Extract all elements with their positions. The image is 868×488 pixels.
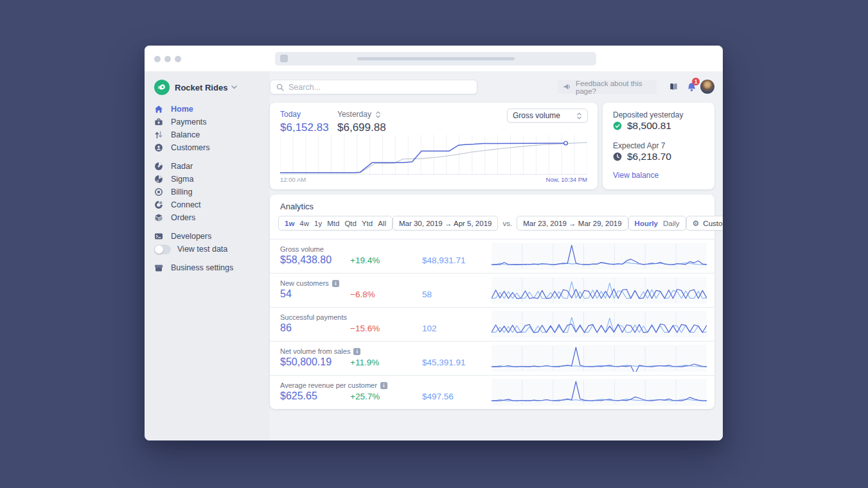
sidebar-item-view-test-data[interactable]: View test data (145, 243, 270, 256)
today-value: $6,152.83 (280, 121, 329, 134)
metric-values: $625.65+25.7%$497.56 (280, 390, 454, 402)
browser-window: Rocket Rides HomePaymentsBalanceCustomer… (145, 46, 723, 440)
search-input[interactable]: Search... (270, 80, 477, 94)
billing-icon (154, 187, 163, 196)
sidebar-item-developers[interactable]: Developers (145, 230, 270, 243)
metric-previous-value: $497.56 (422, 392, 454, 401)
sidebar-item-customers[interactable]: Customers (145, 141, 270, 154)
updown-stepper-icon (375, 111, 381, 118)
address-bar[interactable] (275, 52, 596, 65)
customize-button[interactable]: ⚙ Customize (686, 216, 723, 231)
metric-select-dropdown[interactable]: Gross volume (507, 109, 588, 123)
comparison-selector[interactable]: Yesterday (337, 110, 386, 119)
granularity-daily[interactable]: Daily (663, 220, 680, 227)
updown-stepper-icon (576, 112, 582, 119)
info-icon[interactable]: i (353, 348, 360, 355)
feedback-button[interactable]: Feedback about this page? (558, 80, 657, 94)
chart-axis-start: 12:00 AM (280, 176, 306, 183)
connect-icon (154, 200, 163, 209)
sidebar-item-orders[interactable]: Orders (145, 211, 270, 224)
metric-label: Average revenue per customer (280, 381, 377, 389)
feedback-label: Feedback about this page? (576, 80, 651, 95)
metric-delta: +11.9% (350, 358, 422, 367)
metric-delta: +25.7% (350, 392, 422, 401)
expected-row: $6,218.70 (613, 151, 671, 162)
metric-row-successful-payments[interactable]: Successful payments86−15.6%102 (270, 308, 714, 342)
metric-sparkline (492, 277, 707, 304)
sidebar-item-label: View test data (177, 245, 227, 254)
window-minimize-button[interactable] (164, 56, 171, 62)
period-pill-qtd[interactable]: Qtd (344, 220, 357, 227)
sidebar-item-payments[interactable]: Payments (145, 116, 270, 128)
browser-chrome (145, 46, 723, 71)
metric-sparkline (492, 311, 707, 338)
metric-values: $58,438.80+19.4%$48,931.71 (280, 254, 466, 266)
metric-row-net-volume[interactable]: Net volume from salesi$50,800.19+11.9%$4… (270, 342, 714, 376)
date-range-previous[interactable]: Mar 23, 2019 → Mar 29, 2019 (517, 216, 628, 231)
granularity-hourly[interactable]: Hourly (635, 220, 658, 227)
sidebar-item-sigma[interactable]: Sigma (145, 173, 270, 186)
sidebar-item-balance[interactable]: Balance (145, 128, 270, 141)
docs-book-icon[interactable] (667, 80, 680, 93)
period-pill-1y[interactable]: 1y (314, 220, 322, 227)
avatar[interactable] (700, 80, 714, 94)
sidebar: Rocket Rides HomePaymentsBalanceCustomer… (145, 71, 270, 440)
view-balance-link[interactable]: View balance (613, 171, 659, 180)
gear-icon: ⚙ (693, 220, 700, 227)
info-icon[interactable]: i (332, 280, 339, 287)
metric-label-line: New customersi (280, 279, 339, 287)
window-close-button[interactable] (154, 56, 161, 62)
radar-icon (154, 162, 163, 171)
metric-rows: Gross volume$58,438.80+19.4%$48,931.71Ne… (270, 239, 714, 409)
sidebar-item-business-settings[interactable]: Business settings (145, 261, 270, 274)
account-name: Rocket Rides (175, 83, 227, 92)
metric-sparkline (492, 379, 707, 406)
period-pill-ytd[interactable]: Ytd (362, 220, 373, 227)
account-switcher[interactable]: Rocket Rides (154, 80, 237, 95)
period-pill-1w[interactable]: 1w (285, 220, 294, 227)
nav-group: HomePaymentsBalanceCustomers (145, 103, 270, 154)
metric-row-new-customers[interactable]: New customersi54−6.8%58 (270, 274, 714, 308)
sidebar-item-billing[interactable]: Billing (145, 186, 270, 198)
period-pill-4w[interactable]: 4w (299, 220, 309, 227)
metric-row-gross-volume[interactable]: Gross volume$58,438.80+19.4%$48,931.71 (270, 240, 714, 274)
developers-icon (154, 232, 163, 241)
window-zoom-button[interactable] (175, 56, 181, 62)
info-icon[interactable]: i (380, 382, 387, 389)
deposited-row: $8,500.81 (613, 120, 671, 132)
notifications-bell-icon[interactable]: 1 (685, 80, 698, 93)
main-content: Search... Feedback about this page? (270, 71, 723, 440)
expected-label: Expected Apr 7 (613, 141, 665, 150)
home-icon (154, 105, 163, 114)
nav-group: RadarSigmaBillingConnectOrders (145, 160, 270, 224)
notification-badge: 1 (692, 78, 700, 85)
sidebar-item-label: Developers (171, 232, 211, 241)
sidebar-item-label: Connect (171, 200, 201, 209)
metric-delta: +19.4% (350, 256, 422, 265)
metric-sparkline (492, 345, 707, 372)
metric-sparkline (492, 243, 707, 270)
favicon-placeholder (280, 55, 288, 62)
sidebar-item-label: Radar (171, 162, 193, 171)
search-placeholder: Search... (288, 83, 321, 92)
metric-label-line: Net volume from salesi (280, 347, 360, 355)
metric-values: 54−6.8%58 (280, 288, 432, 300)
period-pill-mtd[interactable]: Mtd (327, 220, 339, 227)
metric-label-line: Gross volume (280, 245, 324, 253)
date-range-current[interactable]: Mar 30, 2019 → Apr 5, 2019 (393, 216, 498, 231)
metric-row-avg-revenue[interactable]: Average revenue per customeri$625.65+25.… (270, 376, 714, 410)
sidebar-item-radar[interactable]: Radar (145, 160, 270, 173)
metric-current-value: $50,800.19 (280, 356, 350, 368)
test-data-toggle[interactable] (154, 245, 171, 254)
sidebar-item-home[interactable]: Home (145, 103, 270, 116)
period-pill-all[interactable]: All (378, 220, 386, 227)
metric-previous-value: 102 (422, 324, 437, 333)
sidebar-item-label: Business settings (171, 263, 233, 272)
deposits-card: Deposited yesterday $8,500.81 Expected A… (603, 103, 714, 189)
balance-icon (154, 130, 163, 139)
today-label: Today (280, 110, 329, 119)
orders-icon (154, 213, 163, 222)
sidebar-item-connect[interactable]: Connect (145, 198, 270, 211)
today-vs-yesterday-chart (280, 135, 587, 175)
sidebar-item-label: Orders (171, 213, 195, 222)
